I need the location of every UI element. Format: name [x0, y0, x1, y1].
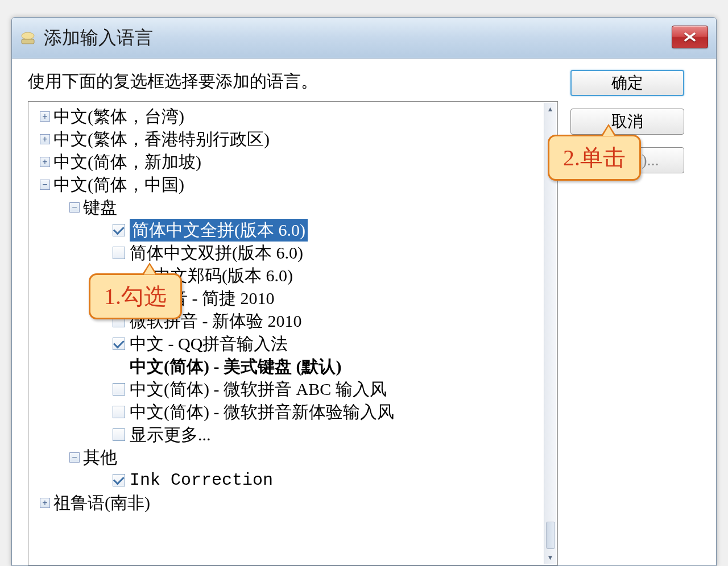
scroll-down-icon[interactable]: ▼ — [544, 551, 556, 564]
dialog-window: 添加输入语言 使用下面的复选框选择要添加的语言。 + 中文(繁体，台湾) — [11, 17, 717, 566]
checkbox-ms-abc[interactable] — [113, 383, 125, 396]
svg-rect-0 — [22, 39, 34, 44]
expand-icon[interactable]: + — [40, 134, 50, 144]
svg-point-1 — [22, 32, 34, 39]
window-title: 添加输入语言 — [44, 26, 153, 51]
tree-item-shuangpin[interactable]: 简体中文双拼(版本 6.0) — [28, 242, 557, 264]
checkbox-shuangpin[interactable] — [113, 247, 125, 259]
collapse-icon[interactable]: − — [69, 452, 80, 463]
checkbox-qqpinyin[interactable] — [113, 338, 125, 350]
tree-item-ms-abc[interactable]: 中文(简体) - 微软拼音 ABC 输入风 — [28, 378, 557, 401]
expand-icon[interactable]: + — [40, 157, 50, 167]
ok-button[interactable]: 确定 — [570, 70, 684, 96]
callout-click: 2.单击 — [548, 135, 641, 181]
cancel-button[interactable]: 取消 — [570, 109, 684, 135]
tree-item-ink-correction[interactable]: Ink Correction — [28, 469, 557, 492]
tree-node-other[interactable]: − 其他 — [28, 446, 557, 469]
expand-icon[interactable]: + — [40, 111, 50, 122]
checkbox-quanpin[interactable] — [113, 224, 125, 236]
checkbox-show-more[interactable] — [113, 428, 125, 441]
tree-node-hongkong[interactable]: + 中文(繁体，香港特别行政区) — [28, 128, 557, 151]
scroll-up-icon[interactable]: ▲ — [544, 103, 556, 115]
tree-item-quanpin[interactable]: 简体中文全拼(版本 6.0) — [28, 219, 557, 242]
callout-tail-icon — [142, 263, 158, 275]
language-tree-panel: + 中文(繁体，台湾) + 中文(繁体，香港特别行政区) + 中文(简体，新加坡… — [28, 101, 558, 565]
checkbox-ms-new[interactable] — [113, 406, 125, 418]
callout-check: 1.勾选 — [89, 273, 182, 319]
titlebar: 添加输入语言 — [12, 18, 716, 59]
checkbox-ink-correction[interactable] — [113, 474, 125, 486]
tree-node-taiwan[interactable]: + 中文(繁体，台湾) — [28, 105, 557, 128]
scroll-thumb[interactable] — [546, 522, 555, 549]
collapse-icon[interactable]: − — [69, 202, 80, 213]
callout-click-label: 2.单击 — [563, 145, 626, 170]
callout-check-label: 1.勾选 — [104, 284, 167, 309]
tree-node-keyboard[interactable]: − 键盘 — [28, 196, 557, 219]
tree-item-us-keyboard-default[interactable]: 中文(简体) - 美式键盘 (默认) — [28, 355, 557, 378]
expand-icon[interactable]: + — [40, 498, 50, 508]
tree-node-singapore[interactable]: + 中文(简体，新加坡) — [28, 151, 557, 173]
tree-item-qqpinyin[interactable]: 中文 - QQ拼音输入法 — [28, 332, 557, 355]
tree-item-show-more[interactable]: 显示更多... — [28, 423, 557, 446]
tree-node-china[interactable]: − 中文(简体，中国) — [28, 173, 557, 196]
close-icon — [684, 32, 696, 41]
tree-node-zulu[interactable]: + 祖鲁语(南非) — [28, 492, 557, 514]
instruction-text: 使用下面的复选框选择要添加的语言。 — [28, 70, 558, 93]
window-icon — [19, 29, 37, 47]
collapse-icon[interactable]: − — [40, 180, 50, 190]
tree-item-ms-new[interactable]: 中文(简体) - 微软拼音新体验输入风 — [28, 401, 557, 423]
close-button[interactable] — [672, 26, 708, 48]
callout-tail-icon — [601, 124, 617, 136]
